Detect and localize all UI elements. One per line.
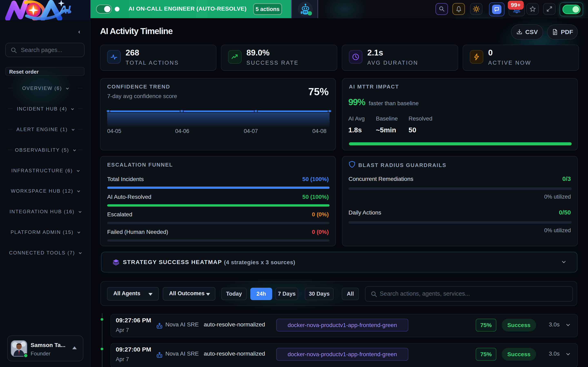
svg-text:AI: AI [59, 3, 71, 16]
